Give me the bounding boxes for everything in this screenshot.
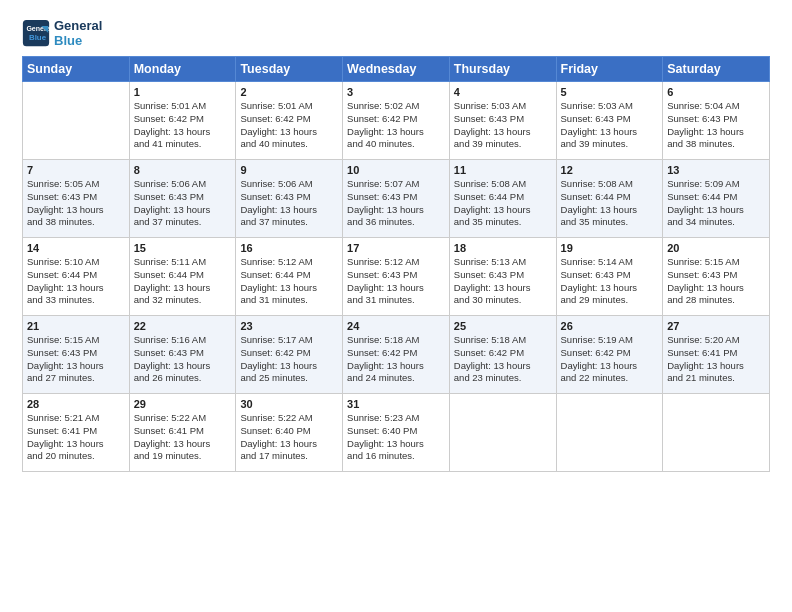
cell-sunrise: Sunrise: 5:01 AMSunset: 6:42 PMDaylight:… (240, 100, 338, 151)
weekday-header-tuesday: Tuesday (236, 57, 343, 82)
cell-sunrise: Sunrise: 5:02 AMSunset: 6:42 PMDaylight:… (347, 100, 445, 151)
day-number: 19 (561, 242, 659, 254)
day-number: 7 (27, 164, 125, 176)
day-cell: 28Sunrise: 5:21 AMSunset: 6:41 PMDayligh… (23, 394, 130, 472)
week-row-4: 21Sunrise: 5:15 AMSunset: 6:43 PMDayligh… (23, 316, 770, 394)
day-cell: 8Sunrise: 5:06 AMSunset: 6:43 PMDaylight… (129, 160, 236, 238)
cell-sunrise: Sunrise: 5:16 AMSunset: 6:43 PMDaylight:… (134, 334, 232, 385)
cell-sunrise: Sunrise: 5:10 AMSunset: 6:44 PMDaylight:… (27, 256, 125, 307)
day-cell (556, 394, 663, 472)
logo-icon: General Blue (22, 19, 50, 47)
day-cell: 14Sunrise: 5:10 AMSunset: 6:44 PMDayligh… (23, 238, 130, 316)
weekday-header-sunday: Sunday (23, 57, 130, 82)
day-cell: 11Sunrise: 5:08 AMSunset: 6:44 PMDayligh… (449, 160, 556, 238)
day-cell (449, 394, 556, 472)
day-number: 5 (561, 86, 659, 98)
day-number: 8 (134, 164, 232, 176)
cell-sunrise: Sunrise: 5:08 AMSunset: 6:44 PMDaylight:… (561, 178, 659, 229)
day-number: 18 (454, 242, 552, 254)
day-cell: 4Sunrise: 5:03 AMSunset: 6:43 PMDaylight… (449, 82, 556, 160)
cell-sunrise: Sunrise: 5:20 AMSunset: 6:41 PMDaylight:… (667, 334, 765, 385)
week-row-3: 14Sunrise: 5:10 AMSunset: 6:44 PMDayligh… (23, 238, 770, 316)
day-number: 16 (240, 242, 338, 254)
cell-sunrise: Sunrise: 5:18 AMSunset: 6:42 PMDaylight:… (454, 334, 552, 385)
day-number: 13 (667, 164, 765, 176)
day-number: 30 (240, 398, 338, 410)
cell-sunrise: Sunrise: 5:12 AMSunset: 6:44 PMDaylight:… (240, 256, 338, 307)
day-cell: 12Sunrise: 5:08 AMSunset: 6:44 PMDayligh… (556, 160, 663, 238)
day-cell: 29Sunrise: 5:22 AMSunset: 6:41 PMDayligh… (129, 394, 236, 472)
day-number: 17 (347, 242, 445, 254)
day-number: 11 (454, 164, 552, 176)
day-cell (663, 394, 770, 472)
day-number: 2 (240, 86, 338, 98)
day-number: 27 (667, 320, 765, 332)
weekday-header-saturday: Saturday (663, 57, 770, 82)
day-number: 28 (27, 398, 125, 410)
day-cell: 23Sunrise: 5:17 AMSunset: 6:42 PMDayligh… (236, 316, 343, 394)
day-number: 29 (134, 398, 232, 410)
cell-sunrise: Sunrise: 5:09 AMSunset: 6:44 PMDaylight:… (667, 178, 765, 229)
day-cell: 15Sunrise: 5:11 AMSunset: 6:44 PMDayligh… (129, 238, 236, 316)
day-cell: 7Sunrise: 5:05 AMSunset: 6:43 PMDaylight… (23, 160, 130, 238)
cell-sunrise: Sunrise: 5:23 AMSunset: 6:40 PMDaylight:… (347, 412, 445, 463)
day-cell: 27Sunrise: 5:20 AMSunset: 6:41 PMDayligh… (663, 316, 770, 394)
weekday-header-wednesday: Wednesday (343, 57, 450, 82)
day-number: 22 (134, 320, 232, 332)
day-cell: 22Sunrise: 5:16 AMSunset: 6:43 PMDayligh… (129, 316, 236, 394)
day-number: 3 (347, 86, 445, 98)
day-cell: 24Sunrise: 5:18 AMSunset: 6:42 PMDayligh… (343, 316, 450, 394)
day-cell: 19Sunrise: 5:14 AMSunset: 6:43 PMDayligh… (556, 238, 663, 316)
day-cell: 31Sunrise: 5:23 AMSunset: 6:40 PMDayligh… (343, 394, 450, 472)
day-number: 24 (347, 320, 445, 332)
day-number: 4 (454, 86, 552, 98)
day-cell: 5Sunrise: 5:03 AMSunset: 6:43 PMDaylight… (556, 82, 663, 160)
header: General Blue General Blue (22, 18, 770, 48)
page: General Blue General Blue SundayMondayTu… (0, 0, 792, 482)
day-number: 12 (561, 164, 659, 176)
cell-sunrise: Sunrise: 5:05 AMSunset: 6:43 PMDaylight:… (27, 178, 125, 229)
day-cell (23, 82, 130, 160)
day-cell: 26Sunrise: 5:19 AMSunset: 6:42 PMDayligh… (556, 316, 663, 394)
weekday-header-thursday: Thursday (449, 57, 556, 82)
cell-sunrise: Sunrise: 5:15 AMSunset: 6:43 PMDaylight:… (27, 334, 125, 385)
day-number: 26 (561, 320, 659, 332)
logo: General Blue General Blue (22, 18, 102, 48)
day-number: 20 (667, 242, 765, 254)
svg-text:Blue: Blue (29, 33, 47, 42)
cell-sunrise: Sunrise: 5:19 AMSunset: 6:42 PMDaylight:… (561, 334, 659, 385)
day-cell: 1Sunrise: 5:01 AMSunset: 6:42 PMDaylight… (129, 82, 236, 160)
day-cell: 3Sunrise: 5:02 AMSunset: 6:42 PMDaylight… (343, 82, 450, 160)
day-number: 9 (240, 164, 338, 176)
cell-sunrise: Sunrise: 5:22 AMSunset: 6:40 PMDaylight:… (240, 412, 338, 463)
calendar-table: SundayMondayTuesdayWednesdayThursdayFrid… (22, 56, 770, 472)
day-cell: 25Sunrise: 5:18 AMSunset: 6:42 PMDayligh… (449, 316, 556, 394)
cell-sunrise: Sunrise: 5:12 AMSunset: 6:43 PMDaylight:… (347, 256, 445, 307)
day-number: 15 (134, 242, 232, 254)
day-cell: 30Sunrise: 5:22 AMSunset: 6:40 PMDayligh… (236, 394, 343, 472)
day-cell: 20Sunrise: 5:15 AMSunset: 6:43 PMDayligh… (663, 238, 770, 316)
cell-sunrise: Sunrise: 5:08 AMSunset: 6:44 PMDaylight:… (454, 178, 552, 229)
day-number: 23 (240, 320, 338, 332)
cell-sunrise: Sunrise: 5:18 AMSunset: 6:42 PMDaylight:… (347, 334, 445, 385)
day-cell: 18Sunrise: 5:13 AMSunset: 6:43 PMDayligh… (449, 238, 556, 316)
cell-sunrise: Sunrise: 5:06 AMSunset: 6:43 PMDaylight:… (240, 178, 338, 229)
day-number: 1 (134, 86, 232, 98)
day-number: 31 (347, 398, 445, 410)
cell-sunrise: Sunrise: 5:21 AMSunset: 6:41 PMDaylight:… (27, 412, 125, 463)
week-row-2: 7Sunrise: 5:05 AMSunset: 6:43 PMDaylight… (23, 160, 770, 238)
cell-sunrise: Sunrise: 5:13 AMSunset: 6:43 PMDaylight:… (454, 256, 552, 307)
week-row-5: 28Sunrise: 5:21 AMSunset: 6:41 PMDayligh… (23, 394, 770, 472)
day-number: 25 (454, 320, 552, 332)
weekday-header-friday: Friday (556, 57, 663, 82)
day-cell: 17Sunrise: 5:12 AMSunset: 6:43 PMDayligh… (343, 238, 450, 316)
day-cell: 2Sunrise: 5:01 AMSunset: 6:42 PMDaylight… (236, 82, 343, 160)
cell-sunrise: Sunrise: 5:04 AMSunset: 6:43 PMDaylight:… (667, 100, 765, 151)
cell-sunrise: Sunrise: 5:06 AMSunset: 6:43 PMDaylight:… (134, 178, 232, 229)
day-number: 6 (667, 86, 765, 98)
weekday-header-monday: Monday (129, 57, 236, 82)
cell-sunrise: Sunrise: 5:14 AMSunset: 6:43 PMDaylight:… (561, 256, 659, 307)
day-number: 10 (347, 164, 445, 176)
cell-sunrise: Sunrise: 5:03 AMSunset: 6:43 PMDaylight:… (454, 100, 552, 151)
day-cell: 13Sunrise: 5:09 AMSunset: 6:44 PMDayligh… (663, 160, 770, 238)
